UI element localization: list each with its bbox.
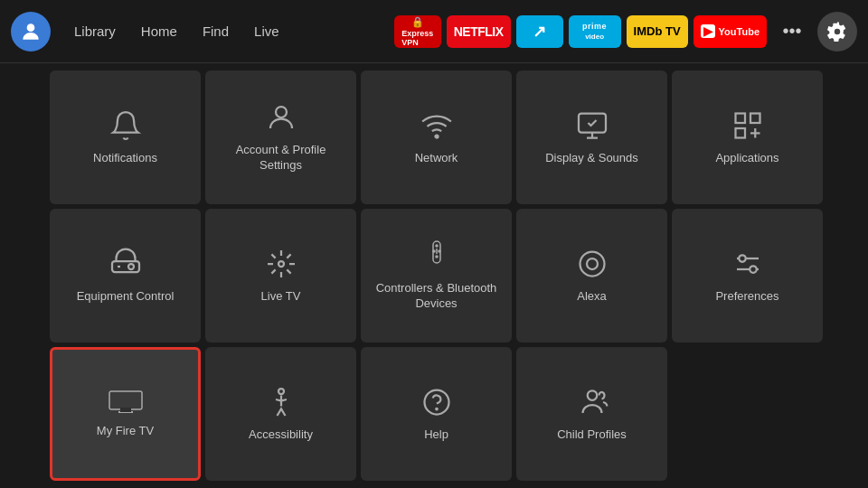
imdb-icon[interactable]: IMDb TV: [627, 15, 688, 48]
top-nav: Library Home Find Live 🔒 ExpressVPN NETF…: [0, 0, 868, 63]
svg-point-9: [128, 264, 134, 269]
child-profiles-label: Child Profiles: [557, 427, 627, 443]
svg-point-29: [587, 390, 597, 400]
nav-find[interactable]: Find: [192, 18, 240, 44]
svg-point-21: [739, 255, 746, 262]
applications-icon: [731, 109, 764, 142]
notifications-label: Notifications: [93, 151, 157, 166]
svg-point-28: [436, 408, 438, 409]
grid-item-display-sounds[interactable]: Display & Sounds: [516, 70, 667, 204]
account-profile-icon: [265, 101, 297, 134]
grid-item-controllers-bluetooth[interactable]: Controllers & Bluetooth Devices: [361, 209, 512, 343]
svg-point-14: [436, 256, 438, 258]
svg-point-17: [580, 251, 604, 276]
svg-rect-4: [735, 113, 745, 123]
preferences-label: Preferences: [715, 289, 778, 305]
account-profile-label: Account & Profile Settings: [214, 143, 347, 174]
svg-point-27: [424, 389, 448, 414]
svg-point-26: [278, 389, 284, 394]
settings-button[interactable]: [817, 12, 857, 52]
live-tv-label: Live TV: [261, 289, 301, 305]
my-fire-tv-icon: [108, 389, 144, 415]
svg-point-2: [435, 135, 438, 137]
grid-item-help[interactable]: Help: [361, 347, 512, 481]
grid-item-notifications[interactable]: Notifications: [50, 70, 201, 204]
live-tv-icon: [265, 248, 297, 280]
svg-point-0: [27, 23, 35, 32]
svg-point-13: [436, 245, 438, 247]
grid-item-accessibility[interactable]: Accessibility: [205, 347, 356, 481]
display-sounds-icon: [576, 109, 609, 142]
nav-home[interactable]: Home: [130, 18, 188, 44]
grid-item-alexa[interactable]: Alexa: [516, 209, 667, 343]
child-profiles-icon: [576, 386, 609, 418]
controllers-bluetooth-icon: [424, 239, 449, 272]
svg-point-15: [433, 250, 435, 252]
youtube-icon[interactable]: ▶ YouTube: [693, 15, 767, 48]
grid-item-child-profiles[interactable]: Child Profiles: [516, 347, 667, 481]
grid-item-account-profile[interactable]: Account & Profile Settings: [205, 70, 356, 204]
network-icon: [420, 109, 453, 142]
display-sounds-label: Display & Sounds: [545, 151, 638, 166]
controllers-bluetooth-label: Controllers & Bluetooth Devices: [370, 281, 503, 312]
notifications-icon: [109, 109, 142, 142]
prime-video-icon[interactable]: prime video: [569, 15, 621, 48]
network-label: Network: [415, 151, 458, 166]
alexa-icon: [576, 248, 609, 280]
grid-item-equipment-control[interactable]: Equipment Control: [50, 209, 201, 343]
grid-item-my-fire-tv[interactable]: My Fire TV: [50, 347, 201, 481]
netflix-icon[interactable]: NETFLIX: [447, 15, 511, 48]
grid-item-preferences[interactable]: Preferences: [672, 209, 823, 343]
grid-empty-cell: [672, 347, 823, 481]
my-fire-tv-label: My Fire TV: [97, 424, 154, 439]
svg-point-16: [439, 250, 440, 252]
app-icons: 🔒 ExpressVPN NETFLIX ↗ prime video IMDb …: [394, 15, 767, 48]
accessibility-label: Accessibility: [249, 427, 313, 443]
settings-grid: Notifications Account & Profile Settings…: [0, 63, 868, 488]
expressvpn-icon[interactable]: 🔒 ExpressVPN: [394, 15, 441, 48]
grid-item-applications[interactable]: Applications: [672, 70, 823, 204]
nav-live[interactable]: Live: [243, 18, 290, 44]
more-button[interactable]: •••: [776, 15, 808, 48]
svg-point-22: [750, 266, 757, 273]
equipment-control-icon: [109, 248, 142, 280]
grid-item-live-tv[interactable]: Live TV: [205, 209, 356, 343]
svg-rect-23: [109, 391, 142, 409]
preferences-icon: [731, 248, 764, 280]
nav-links: Library Home Find Live: [63, 18, 290, 44]
freevee-icon[interactable]: ↗: [516, 15, 563, 48]
alexa-label: Alexa: [577, 289, 607, 305]
nav-library[interactable]: Library: [63, 18, 127, 44]
applications-label: Applications: [715, 151, 778, 166]
svg-rect-5: [750, 113, 760, 123]
help-icon: [420, 386, 453, 418]
accessibility-icon: [265, 386, 297, 418]
svg-rect-7: [112, 261, 139, 272]
svg-point-18: [587, 258, 598, 269]
svg-point-1: [276, 107, 287, 117]
equipment-control-label: Equipment Control: [77, 289, 175, 305]
help-label: Help: [424, 427, 448, 443]
svg-rect-6: [735, 128, 745, 138]
grid-item-network[interactable]: Network: [361, 70, 512, 204]
svg-rect-25: [120, 408, 131, 412]
svg-point-10: [278, 261, 284, 267]
avatar[interactable]: [11, 12, 51, 52]
